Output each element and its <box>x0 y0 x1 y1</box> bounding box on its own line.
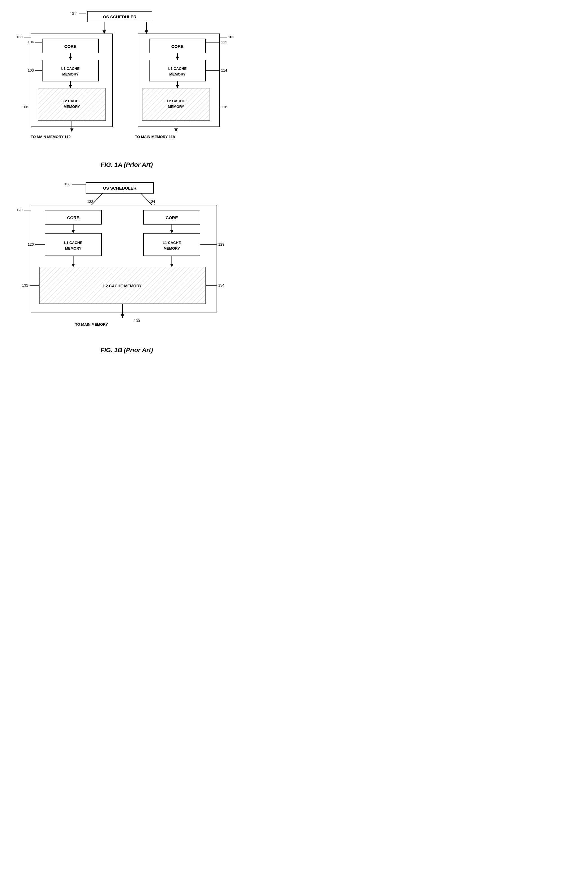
mainmem1-label: TO MAIN MEMORY 110 <box>31 135 70 139</box>
ref-106: 106 <box>28 68 34 72</box>
ref-132: 132 <box>22 283 28 287</box>
svg-marker-3 <box>102 30 106 34</box>
svg-text:MEMORY: MEMORY <box>169 72 186 77</box>
fig1a-caption: FIG. 1A (Prior Art) <box>6 161 248 168</box>
ref-134: 134 <box>218 283 225 287</box>
ref-108: 108 <box>22 105 28 109</box>
page: OS SCHEDULER 101 100 CORE <box>6 6 248 354</box>
ref-130: 130 <box>134 319 140 323</box>
ref-102: 102 <box>228 35 234 39</box>
l2cache1-label: L2 CACHE <box>63 99 81 103</box>
scheduler1b-label: OS SCHEDULER <box>103 186 136 191</box>
svg-marker-41 <box>174 128 178 132</box>
core1b-label: CORE <box>67 215 79 220</box>
ref-120: 120 <box>17 208 22 212</box>
svg-marker-5 <box>145 30 148 34</box>
fig1b-diagram: OS SCHEDULER 136 122 124 120 <box>17 177 237 344</box>
fig1b-svg: OS SCHEDULER 136 122 124 120 <box>17 177 237 343</box>
l1cache2-label: L1 CACHE <box>168 66 186 71</box>
fig1b-caption: FIG. 1B (Prior Art) <box>6 347 248 354</box>
core2b-label: CORE <box>166 215 178 220</box>
ref-101: 101 <box>70 12 76 16</box>
ref-124: 124 <box>149 200 155 204</box>
fig1a-section: OS SCHEDULER 101 100 CORE <box>6 6 248 168</box>
ref-122: 122 <box>87 200 93 204</box>
ref-100: 100 <box>17 35 22 39</box>
ref-112: 112 <box>221 40 227 44</box>
svg-text:MEMORY: MEMORY <box>65 246 81 251</box>
fig1b-section: OS SCHEDULER 136 122 124 120 <box>6 177 248 354</box>
scheduler-label: OS SCHEDULER <box>103 14 136 19</box>
fig1a-svg: OS SCHEDULER 101 100 CORE <box>17 6 237 158</box>
l1cache1-label: L1 CACHE <box>61 66 80 71</box>
svg-text:MEMORY: MEMORY <box>164 246 180 251</box>
core1-label: CORE <box>64 44 76 49</box>
l1cache1b-label: L1 CACHE <box>64 240 82 245</box>
svg-text:MEMORY: MEMORY <box>62 72 79 77</box>
ref-116: 116 <box>221 105 227 109</box>
mainmem2-label: TO MAIN MEMORY 118 <box>135 135 175 139</box>
l1cache2b-label: L1 CACHE <box>162 240 181 245</box>
svg-text:MEMORY: MEMORY <box>64 105 80 109</box>
mainmem1b-label: TO MAIN MEMORY <box>75 322 108 326</box>
svg-marker-72 <box>121 314 124 318</box>
core2-label: CORE <box>171 44 183 49</box>
svg-marker-24 <box>70 128 74 132</box>
ref-126: 126 <box>28 242 34 246</box>
fig1a-diagram: OS SCHEDULER 101 100 CORE <box>17 6 237 159</box>
l2cacheb-label: L2 CACHE MEMORY <box>104 284 142 288</box>
ref-114: 114 <box>221 68 227 72</box>
ref-136: 136 <box>64 182 70 186</box>
ref-104: 104 <box>28 40 34 44</box>
l2cache2-label: L2 CACHE <box>167 99 185 103</box>
ref-128: 128 <box>218 242 225 246</box>
svg-text:MEMORY: MEMORY <box>168 105 184 109</box>
